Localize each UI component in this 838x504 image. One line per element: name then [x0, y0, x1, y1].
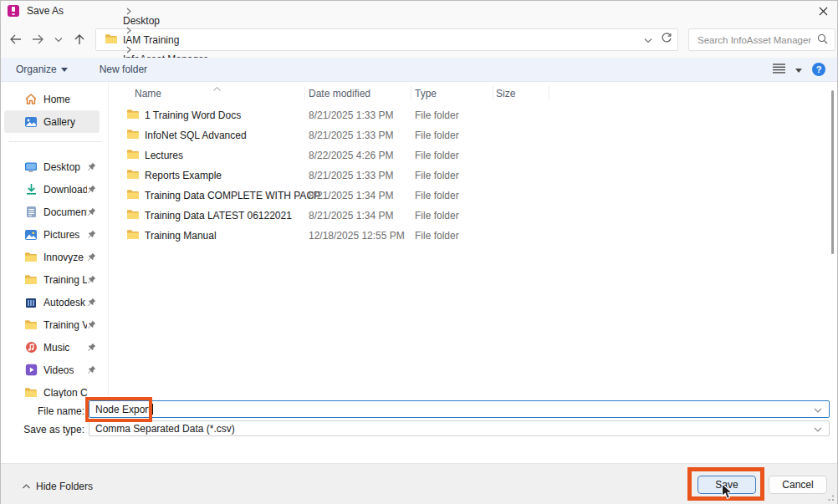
forward-icon[interactable]: [28, 29, 48, 49]
sidebar-item-label: Videos: [43, 364, 74, 376]
breadcrumb-chevron-icon: [121, 27, 209, 34]
sidebar-item-videos[interactable]: Videos: [1, 359, 108, 381]
sidebar-item-clayton-county[interactable]: Clayton County: [1, 381, 108, 398]
column-header-type[interactable]: Type: [415, 88, 437, 99]
sidebar: HomeGallery DesktopDownloadsDocumentsPic…: [1, 82, 108, 398]
folder-icon: [126, 209, 140, 221]
file-name: Training Manual: [145, 230, 217, 242]
save-as-type-dropdown-icon[interactable]: [814, 423, 822, 435]
breadcrumb-item[interactable]: IAM Training: [121, 34, 181, 46]
pin-icon: [87, 252, 96, 262]
table-row[interactable]: Training Data COMPLETE WITH PACP8/21/202…: [110, 186, 837, 206]
file-date-modified: 8/21/2025 1:33 PM: [309, 170, 393, 181]
window-title: Save As: [27, 5, 64, 17]
sidebar-item-label: Training Lect: [43, 274, 87, 286]
sidebar-item-label: Clayton County: [43, 387, 87, 399]
sidebar-item-pictures[interactable]: Pictures: [1, 223, 108, 246]
search-icon[interactable]: [817, 33, 828, 47]
address-dropdown-icon[interactable]: [644, 34, 652, 46]
save-as-type-select[interactable]: Comma Separated Data (*.csv): [89, 420, 830, 436]
sidebar-item-documents[interactable]: Documents: [1, 201, 108, 223]
hide-folders-label: Hide Folders: [36, 481, 93, 492]
file-date-modified: 8/21/2025 1:33 PM: [309, 130, 393, 141]
save-as-type-value: Comma Separated Data (*.csv): [95, 423, 235, 435]
breadcrumb-item[interactable]: Desktop: [121, 15, 161, 27]
breadcrumb-chevron-icon: [121, 8, 209, 15]
sidebar-item-label: Home: [43, 94, 70, 105]
sidebar-item-label: Innovyze: [43, 252, 84, 263]
file-date-modified: 8/21/2025 1:34 PM: [309, 190, 393, 201]
app-icon: [8, 5, 19, 17]
help-icon[interactable]: ?: [812, 63, 825, 76]
sidebar-item-gallery[interactable]: Gallery: [4, 110, 100, 133]
organize-caret-icon: [61, 68, 68, 72]
new-folder-button[interactable]: New folder: [100, 64, 147, 75]
folder-icon: [24, 318, 38, 332]
pin-icon: [87, 320, 96, 329]
organize-button[interactable]: Organize: [16, 64, 68, 75]
column-header-date-modified[interactable]: Date modified: [309, 88, 370, 99]
view-list-icon[interactable]: [773, 64, 785, 76]
dialog-toolbar: Organize New folder ?: [1, 58, 837, 82]
new-folder-label: New folder: [100, 64, 147, 75]
pin-icon: [87, 298, 96, 307]
column-header-size[interactable]: Size: [496, 88, 515, 99]
close-icon[interactable]: [809, 1, 837, 21]
file-name: Lectures: [145, 150, 183, 161]
sidebar-item-training-vms[interactable]: Training VMs: [1, 313, 108, 336]
save-button[interactable]: Save: [697, 476, 756, 494]
sidebar-separator: [9, 141, 101, 142]
address-bar[interactable]: DesktopIAM TrainingInfoAsset Manager: [95, 28, 678, 51]
file-list: Name Date modified Type Size 1 Training …: [110, 82, 837, 398]
table-row[interactable]: Training Manual12/18/2025 12:55 PMFile f…: [110, 226, 837, 246]
file-name-label: File name:: [4, 405, 84, 417]
table-row[interactable]: Reports Example8/21/2025 1:33 PMFile fol…: [110, 165, 837, 186]
file-name: 1 Training Word Docs: [145, 109, 241, 121]
gallery-icon: [24, 115, 38, 129]
sidebar-item-innovyze[interactable]: Innovyze: [1, 246, 108, 268]
sidebar-item-label: Gallery: [43, 116, 75, 128]
sidebar-item-training-lect[interactable]: Training Lect: [1, 268, 108, 291]
file-type: File folder: [415, 130, 459, 141]
cancel-button[interactable]: Cancel: [769, 476, 827, 494]
pin-icon: [87, 275, 96, 284]
up-icon[interactable]: [69, 29, 89, 49]
sidebar-item-label: Training VMs: [43, 319, 87, 331]
refresh-icon[interactable]: [661, 33, 672, 47]
file-type: File folder: [415, 150, 459, 161]
table-row[interactable]: Lectures8/22/2025 4:26 PMFile folder: [110, 145, 837, 165]
folder-icon: [126, 229, 140, 241]
sidebar-item-home[interactable]: Home: [1, 88, 108, 110]
sidebar-item-autodesk[interactable]: Autodesk: [1, 291, 108, 313]
table-row[interactable]: Training Data LATEST 061220218/21/2025 1…: [110, 206, 837, 226]
file-name-input[interactable]: Node Export: [89, 400, 830, 418]
column-header-name[interactable]: Name: [135, 88, 161, 99]
search-placeholder: Search InfoAsset Manager: [697, 35, 817, 45]
table-row[interactable]: InfoNet SQL Advanced8/21/2025 1:33 PMFil…: [110, 125, 837, 145]
desktop-icon: [24, 160, 38, 174]
back-icon[interactable]: [6, 29, 26, 49]
autodesk-icon: [24, 296, 38, 309]
file-date-modified: 8/21/2025 1:34 PM: [309, 210, 393, 221]
search-input[interactable]: Search InfoAsset Manager: [688, 28, 835, 51]
documents-icon: [24, 206, 38, 219]
save-as-dialog: Save As DesktopIAM TrainingInfoAsset Man…: [0, 0, 838, 504]
file-type: File folder: [415, 170, 459, 181]
dialog-body: HomeGallery DesktopDownloadsDocumentsPic…: [1, 82, 837, 398]
sidebar-item-label: Documents: [43, 206, 87, 218]
file-name-dropdown-icon[interactable]: [814, 404, 822, 415]
fields-section: File name: Node Export Save as type: Com…: [1, 398, 837, 438]
sidebar-item-downloads[interactable]: Downloads: [1, 178, 108, 201]
table-row[interactable]: 1 Training Word Docs8/21/2025 1:33 PMFil…: [110, 105, 837, 125]
downloads-icon: [24, 183, 38, 196]
resize-grip-icon[interactable]: [825, 491, 835, 501]
recent-locations-icon[interactable]: [49, 29, 69, 49]
folder-icon: [126, 149, 140, 160]
sidebar-item-desktop[interactable]: Desktop: [1, 155, 108, 178]
list-header: Name Date modified Type Size: [110, 82, 837, 104]
pin-icon: [87, 230, 96, 239]
save-as-type-label: Save as type:: [4, 424, 84, 435]
view-options-caret-icon[interactable]: [795, 64, 802, 75]
hide-folders-button[interactable]: Hide Folders: [23, 481, 93, 492]
sidebar-item-music[interactable]: Music: [1, 336, 108, 359]
